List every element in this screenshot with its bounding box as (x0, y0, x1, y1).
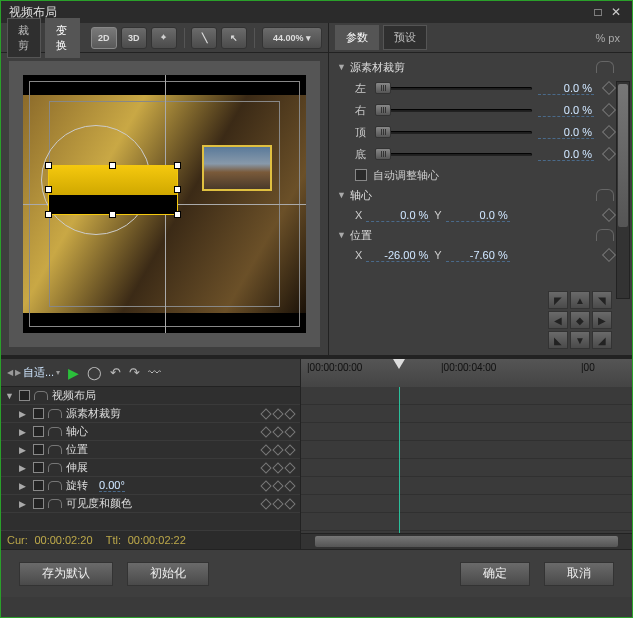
keyframe-toggle[interactable] (602, 125, 616, 139)
status-bar: Cur: 00:00:02:20 Ttl: 00:00:02:22 (1, 531, 300, 549)
tree-row[interactable]: ▶ 伸展 (1, 459, 300, 477)
save-default-button[interactable]: 存为默认 (19, 562, 113, 586)
nav-se[interactable]: ◢ (592, 331, 612, 349)
ok-button[interactable]: 确定 (460, 562, 530, 586)
expand-icon: ▼ (337, 230, 346, 240)
nav-left[interactable]: ◀ (548, 311, 568, 329)
slider-crop-bottom[interactable] (375, 147, 532, 161)
value-position-x[interactable]: -26.00 % (366, 249, 430, 262)
tab-presets[interactable]: 预设 (383, 25, 427, 50)
value-position-y[interactable]: -7.60 % (446, 249, 510, 262)
timeline-scrollbar[interactable] (301, 533, 632, 549)
reset-icon[interactable] (596, 229, 614, 241)
reset-icon[interactable] (596, 61, 614, 73)
slider-crop-left[interactable] (375, 81, 532, 95)
expand-icon: ▼ (337, 190, 346, 200)
timeline-ruler[interactable]: |00:00:00:00 |00:00:04:00 |00 (301, 359, 632, 387)
close-button[interactable]: ✕ (608, 5, 624, 19)
timeline-body[interactable] (301, 387, 632, 533)
nav-down[interactable]: ▼ (570, 331, 590, 349)
value-crop-top[interactable]: 0.0 % (538, 126, 594, 139)
tree-row-rotation[interactable]: ▶ 旋转 0.00° (1, 477, 300, 495)
right-toolbar: 参数 预设 % px (329, 23, 632, 53)
slider-crop-right[interactable] (375, 103, 532, 117)
value-axis-y[interactable]: 0.0 % (446, 209, 510, 222)
loop-button[interactable]: ◯ (87, 365, 102, 380)
reset-icon[interactable] (596, 189, 614, 201)
unit-toggle[interactable]: % px (596, 32, 620, 44)
keyframe-toggle[interactable] (602, 248, 616, 262)
reset-button[interactable]: 初始化 (127, 562, 209, 586)
preview-area[interactable] (9, 61, 320, 347)
tree-row[interactable]: ▶ 源素材裁剪 (1, 405, 300, 423)
param-scrollbar[interactable] (616, 81, 630, 299)
mode-3d-button[interactable]: 3D (121, 27, 147, 49)
parameters-panel: ▼ 源素材裁剪 左 0.0 % 右 0.0 % 顶 0.0 % (329, 53, 632, 355)
maximize-button[interactable]: □ (590, 5, 606, 19)
left-toolbar: 裁剪 变换 2D 3D ⌖ ╲ ↖ 44.00% ▾ (1, 23, 328, 53)
keyframe-toggle[interactable] (602, 103, 616, 117)
tool-line-button[interactable]: ╲ (191, 27, 217, 49)
track-combo[interactable]: ◀▶ 自适... ▾ (7, 365, 60, 380)
pip-thumbnail[interactable] (202, 145, 272, 191)
mode-2d-button[interactable]: 2D (91, 27, 117, 49)
titlebar: 视频布局 □ ✕ (1, 1, 632, 23)
redo-button[interactable]: ↷ (129, 365, 140, 380)
tab-parameters[interactable]: 参数 (335, 25, 379, 50)
tree-row[interactable]: ▶ 位置 (1, 441, 300, 459)
value-crop-bottom[interactable]: 0.0 % (538, 148, 594, 161)
tab-crop[interactable]: 裁剪 (7, 18, 41, 58)
timeline-cursor[interactable] (399, 387, 400, 533)
expand-icon: ▼ (337, 62, 346, 72)
guide-button[interactable]: ⌖ (151, 27, 177, 49)
nav-ne[interactable]: ◥ (592, 291, 612, 309)
value-crop-right[interactable]: 0.0 % (538, 104, 594, 117)
graph-button[interactable]: 〰 (148, 365, 161, 380)
keyframe-toggle[interactable] (602, 208, 616, 222)
keyframe-toggle[interactable] (602, 147, 616, 161)
selection-box[interactable] (48, 165, 178, 215)
footer: 存为默认 初始化 确定 取消 (1, 549, 632, 597)
value-crop-left[interactable]: 0.0 % (538, 82, 594, 95)
value-axis-x[interactable]: 0.0 % (366, 209, 430, 222)
checkbox-auto-center[interactable] (355, 169, 367, 181)
nav-pad: ◤ ▲ ◥ ◀ ◆ ▶ ◣ ▼ ◢ (548, 291, 612, 349)
value-rotation[interactable]: 0.00° (99, 479, 125, 492)
nav-nw[interactable]: ◤ (548, 291, 568, 309)
cancel-button[interactable]: 取消 (544, 562, 614, 586)
zoom-combo[interactable]: 44.00% ▾ (262, 27, 322, 49)
tool-pointer-button[interactable]: ↖ (221, 27, 247, 49)
nav-up[interactable]: ▲ (570, 291, 590, 309)
tab-transform[interactable]: 变换 (45, 18, 79, 58)
nav-sw[interactable]: ◣ (548, 331, 568, 349)
play-button[interactable]: ▶ (68, 365, 79, 381)
slider-crop-top[interactable] (375, 125, 532, 139)
nav-center[interactable]: ◆ (570, 311, 590, 329)
tree-row-root[interactable]: ▼ 视频布局 (1, 387, 300, 405)
timeline-left-toolbar: ◀▶ 自适... ▾ ▶ ◯ ↶ ↷ 〰 (1, 359, 300, 387)
tree-row[interactable]: ▶ 轴心 (1, 423, 300, 441)
section-axis[interactable]: ▼ 轴心 (337, 185, 614, 205)
section-position[interactable]: ▼ 位置 (337, 225, 614, 245)
property-tree: ▼ 视频布局 ▶ 源素材裁剪 ▶ 轴心 ▶ 位置 ▶ 伸展 (1, 387, 300, 531)
nav-right[interactable]: ▶ (592, 311, 612, 329)
tree-row[interactable]: ▶ 可见度和颜色 (1, 495, 300, 513)
section-source-crop[interactable]: ▼ 源素材裁剪 (337, 57, 614, 77)
undo-button[interactable]: ↶ (110, 365, 121, 380)
keyframe-toggle[interactable] (602, 81, 616, 95)
